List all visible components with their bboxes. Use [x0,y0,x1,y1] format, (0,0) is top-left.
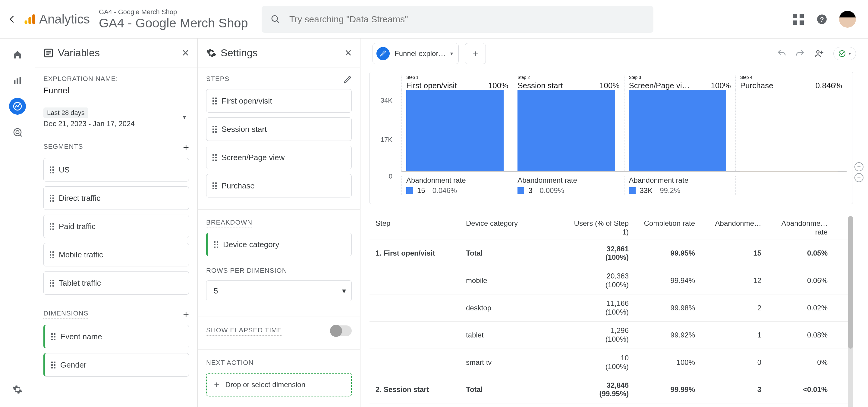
table-row[interactable]: desktop 11,166 (100%) 99.98% 2 0.02% [370,294,848,321]
exploration-name[interactable]: Funnel [43,86,189,95]
grip-icon [51,333,56,340]
product-name: Analytics [39,12,90,27]
table-row[interactable]: mobile 20,351 (99.94%) [370,403,848,407]
step-item[interactable]: First open/visit [206,89,352,112]
share-icon[interactable] [814,48,824,59]
table-row[interactable]: 2. Session start Total 32,846 (99.95%) 9… [370,376,848,403]
dimension-item[interactable]: Event name [43,325,189,348]
add-segment-icon[interactable]: + [183,141,189,153]
elapsed-label: SHOW ELAPSED TIME [206,326,282,336]
date-chip: Last 28 days [43,107,88,118]
rows-label: ROWS PER DIMENSION [206,267,287,276]
grip-icon [51,362,56,369]
svg-rect-8 [19,77,21,84]
add-dimension-icon[interactable]: + [183,308,189,320]
redo-icon[interactable] [795,49,805,58]
search-icon [271,14,280,24]
close-settings-icon[interactable]: × [345,46,352,60]
search-input[interactable] [289,14,644,24]
edit-tab-icon [376,47,390,60]
segment-item[interactable]: US [43,158,189,181]
breakdown-text: Device category [223,240,279,249]
zoom-out-icon[interactable]: − [855,173,864,182]
nav-home-icon[interactable] [9,46,26,63]
add-tab-button[interactable]: + [465,43,486,64]
variables-icon [43,48,54,58]
step-item[interactable]: Purchase [206,174,352,198]
zoom-in-icon[interactable]: + [855,162,864,171]
undo-icon[interactable] [777,49,786,58]
next-action-dropzone[interactable]: + Drop or select dimension [206,373,352,397]
date-picker[interactable]: Last 28 days Dec 21, 2023 - Jan 17, 2024… [43,107,189,128]
next-action-label: NEXT ACTION [206,359,253,368]
svg-rect-6 [14,80,16,84]
grip-icon [50,251,54,258]
grip-icon [50,280,54,286]
steps-label: STEPS [206,75,229,84]
nav-admin-icon[interactable] [9,381,26,398]
svg-point-11 [16,131,19,134]
svg-rect-1 [28,17,31,24]
bar [740,171,838,171]
help-icon[interactable]: ? [815,13,828,26]
check-icon [838,50,846,57]
segment-item[interactable]: Tablet traffic [43,271,189,295]
apps-icon[interactable] [792,13,805,26]
segment-item[interactable]: Direct traffic [43,186,189,210]
funnel-chart: Step 1First open/visit100%Step 2Session … [370,72,853,204]
table-row[interactable]: mobile 20,363 (100%) 99.94% 12 0.06% [370,267,848,294]
back-button[interactable] [6,13,18,25]
property-sub[interactable]: GA4 - Google Merch Shop [99,8,248,16]
dimension-item[interactable]: Gender [43,353,189,377]
svg-rect-7 [17,78,18,84]
segment-item[interactable]: Paid traffic [43,215,189,238]
grip-icon [50,223,54,230]
elapsed-toggle[interactable] [331,326,352,336]
date-range: Dec 21, 2023 - Jan 17, 2024 [43,120,189,128]
nav-reports-icon[interactable] [9,72,26,89]
status-pill[interactable]: ▾ [833,47,856,60]
grip-icon [213,126,217,133]
tab-funnel[interactable]: Funnel explor… ▾ [373,43,459,64]
step-item[interactable]: Session start [206,117,352,141]
grip-icon [213,182,217,189]
svg-text:?: ? [820,15,824,23]
segments-label: SEGMENTS [43,143,83,152]
bar [518,90,615,171]
svg-rect-0 [25,20,27,24]
close-variables-icon[interactable]: × [182,46,189,60]
property-title[interactable]: GA4 - Google Merch Shop [99,16,248,30]
grip-icon [214,241,218,248]
y-axis: 34K 17K 0 [370,97,396,193]
bar [406,90,504,171]
tab-label: Funnel explor… [395,49,445,58]
rows-select[interactable]: 5 ▾ [206,280,352,301]
plus-icon: + [214,380,219,390]
step-item[interactable]: Screen/Page view [206,146,352,169]
bar [629,90,726,171]
search-box[interactable] [261,6,653,33]
chevron-down-icon: ▾ [342,286,346,296]
chevron-down-icon: ▾ [849,51,851,56]
table-header: Step Device category Users (% of Step 1)… [370,216,848,240]
grip-icon [213,98,217,104]
chevron-down-icon: ▾ [183,113,186,121]
table-scrollbar[interactable] [848,216,853,407]
nav-advertising-icon[interactable] [9,124,26,141]
table-row[interactable]: tablet 1,296 (100%) 99.92% 1 0.08% [370,321,848,349]
nav-explore-icon[interactable] [9,98,26,115]
table-row[interactable]: smart tv 10 (100%) 100% 0 0% [370,349,848,376]
legend-square-icon [406,187,413,194]
segment-item[interactable]: Mobile traffic [43,243,189,266]
chevron-down-icon: ▾ [450,50,453,57]
exploration-name-label: EXPLORATION NAME: [43,75,118,84]
table-row[interactable]: 1. First open/visit Total 32,861 (100%) … [370,240,848,267]
user-avatar[interactable] [839,11,856,28]
settings-icon [206,48,216,58]
breakdown-item[interactable]: Device category [206,233,352,256]
dimensions-label: DIMENSIONS [43,309,88,319]
ga-logo [23,13,36,26]
edit-steps-icon[interactable] [343,75,352,84]
settings-title: Settings [221,47,258,59]
svg-rect-2 [32,14,35,24]
